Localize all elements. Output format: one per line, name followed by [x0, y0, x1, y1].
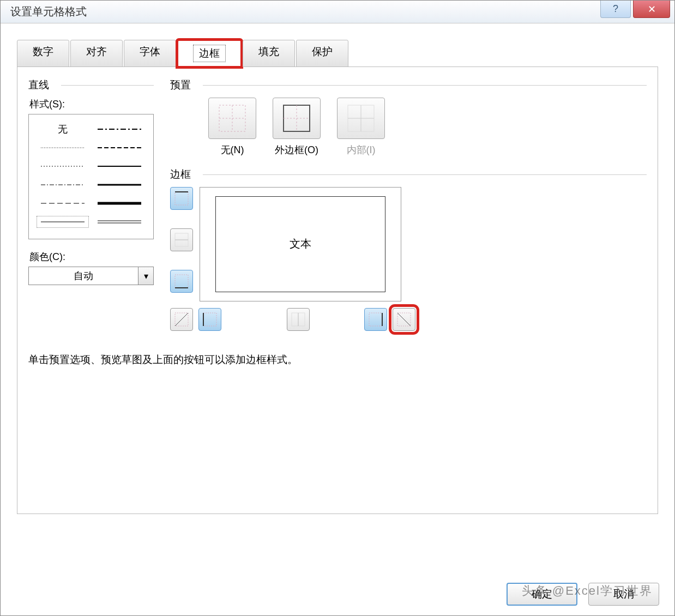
border-right-button[interactable]: [364, 308, 387, 331]
line-panel: 直线 样式(S): 无: [28, 78, 154, 331]
line-style-dash-dot-heavy[interactable]: [93, 123, 146, 135]
border-right-icon: [368, 312, 383, 327]
preset-outline-icon: [283, 105, 310, 132]
svg-rect-29: [203, 313, 216, 326]
border-left-icon: [202, 312, 218, 327]
close-button[interactable]: ✕: [633, 1, 670, 18]
titlebar-buttons: ? ✕: [600, 1, 674, 23]
border-top-button[interactable]: [170, 187, 193, 210]
tab-number[interactable]: 数字: [17, 40, 69, 67]
border-area: 文本: [170, 187, 647, 301]
ok-button[interactable]: 确定: [507, 583, 577, 606]
cancel-button[interactable]: 取消: [588, 583, 659, 606]
preset-none-button[interactable]: [208, 98, 256, 139]
line-style-hair[interactable]: [37, 142, 89, 154]
border-hmid-button[interactable]: [170, 228, 193, 251]
tab-border[interactable]: 边框: [177, 40, 242, 67]
border-bottom-buttons: [170, 308, 647, 331]
hint-text: 单击预置选项、预览草图及上面的按钮可以添加边框样式。: [28, 353, 647, 367]
svg-line-36: [397, 313, 411, 326]
style-box: 无: [28, 114, 154, 239]
preset-outline-item: 外边框(O): [273, 98, 321, 156]
svg-rect-25: [175, 275, 188, 288]
line-styles-grid: 无: [32, 120, 150, 233]
window-title: 设置单元格格式: [10, 4, 87, 19]
preset-inside-icon: [347, 105, 375, 132]
tab-alignment[interactable]: 对齐: [70, 40, 123, 67]
preview-text: 文本: [290, 237, 311, 251]
border-diag-up-icon: [174, 312, 189, 327]
preset-none-icon: [219, 105, 246, 132]
preset-outline-button[interactable]: [273, 98, 321, 139]
line-style-medium[interactable]: [93, 160, 146, 172]
tab-strip: 数字 对齐 字体 边框 填充 保护: [17, 40, 658, 67]
dialog-footer: 确定 取消: [507, 583, 659, 606]
line-style-thin[interactable]: [37, 216, 89, 228]
border-vmid-icon: [291, 312, 306, 327]
line-style-dash[interactable]: [37, 197, 89, 209]
line-header: 直线: [28, 78, 154, 92]
border-header: 边框: [170, 167, 647, 182]
border-preview[interactable]: 文本: [200, 187, 401, 301]
svg-rect-21: [175, 192, 188, 205]
border-section: 边框: [170, 167, 647, 331]
line-style-dotted[interactable]: [37, 160, 89, 172]
border-top-icon: [174, 191, 189, 206]
preset-inside-item: 内部(I): [337, 98, 385, 156]
line-style-thick[interactable]: [93, 179, 146, 191]
border-left-button[interactable]: [198, 308, 221, 331]
color-dropdown[interactable]: 自动 ▾: [28, 267, 154, 285]
border-diag-down-icon: [396, 312, 412, 327]
line-style-dash-heavy[interactable]: [93, 142, 146, 154]
border-bottom-icon: [174, 274, 189, 289]
border-diag-down-button[interactable]: [393, 308, 415, 331]
svg-rect-33: [369, 313, 382, 326]
preset-inside-button[interactable]: [337, 98, 385, 139]
border-panel: 直线 样式(S): 无: [17, 67, 658, 514]
preset-none-label: 无(N): [221, 143, 244, 156]
tab-protection[interactable]: 保护: [296, 40, 348, 67]
tab-fill[interactable]: 填充: [243, 40, 295, 67]
line-style-dash-dot[interactable]: [37, 179, 89, 191]
dropdown-arrow-icon: ▾: [138, 267, 153, 285]
color-value: 自动: [29, 269, 138, 282]
svg-line-28: [175, 313, 188, 326]
line-style-none[interactable]: 无: [37, 123, 89, 135]
color-label: 颜色(C):: [29, 250, 154, 263]
dialog-window: 设置单元格格式 ? ✕ 数字 对齐 字体 边框 填充 保护 直线 样式(S):: [0, 0, 675, 616]
border-hmid-icon: [174, 232, 189, 247]
dialog-content: 数字 对齐 字体 边框 填充 保护 直线 样式(S): 无: [1, 23, 674, 572]
border-left-buttons: [170, 187, 193, 301]
color-group: 颜色(C): 自动 ▾: [28, 250, 154, 285]
presets-header: 预置: [170, 78, 647, 92]
preset-none-item: 无(N): [208, 98, 256, 156]
help-button[interactable]: ?: [600, 1, 631, 18]
preset-outline-label: 外边框(O): [275, 143, 318, 156]
border-bottom-button[interactable]: [170, 270, 193, 293]
tab-font[interactable]: 字体: [124, 40, 176, 67]
preview-cell: 文本: [215, 196, 386, 293]
border-vmid-button[interactable]: [287, 308, 310, 331]
line-style-heavy[interactable]: [93, 197, 146, 209]
help-icon: ?: [613, 3, 618, 15]
titlebar: 设置单元格格式 ? ✕: [1, 1, 674, 23]
line-style-double[interactable]: [93, 216, 146, 228]
border-diag-up-button[interactable]: [170, 308, 193, 331]
presets-row: 无(N) 外边框(O) 内部(I): [208, 98, 647, 156]
style-label: 样式(S):: [29, 98, 154, 111]
right-panel: 预置 无(N) 外边框(O): [170, 78, 647, 331]
close-icon: ✕: [648, 3, 656, 15]
preset-inside-label: 内部(I): [347, 143, 376, 156]
